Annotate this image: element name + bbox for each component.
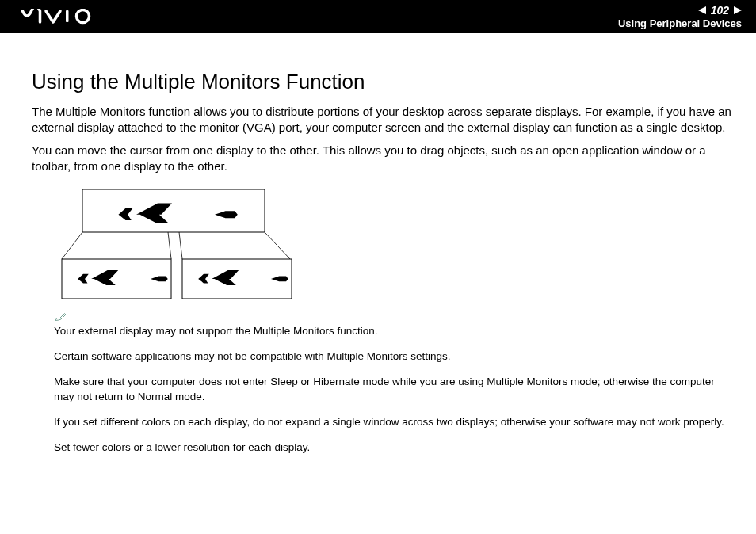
- note-3: Make sure that your computer does not en…: [54, 375, 732, 403]
- page-content: Using the Multiple Monitors Function The…: [0, 33, 756, 455]
- header-bar: 102 Using Peripheral Devices: [0, 0, 756, 33]
- page-navigation: 102: [698, 5, 742, 16]
- svg-line-3: [168, 232, 171, 259]
- note-5: Set fewer colors or a lower resolution f…: [54, 441, 732, 455]
- paragraph-1: The Multiple Monitors function allows yo…: [32, 104, 732, 135]
- svg-line-4: [179, 232, 182, 259]
- note-4: If you set different colors on each disp…: [54, 415, 732, 429]
- header-right: 102 Using Peripheral Devices: [618, 0, 742, 33]
- note-1: Your external display may not support th…: [54, 324, 732, 338]
- prev-page-arrow-icon[interactable]: [698, 6, 706, 14]
- paragraph-2: You can move the cursor from one display…: [32, 143, 732, 174]
- svg-line-2: [62, 232, 82, 259]
- page-number: 102: [711, 5, 729, 16]
- svg-line-5: [265, 232, 290, 259]
- next-page-arrow-icon[interactable]: [734, 6, 742, 14]
- svg-point-1: [77, 10, 90, 23]
- note-2: Certain software applications may not be…: [54, 349, 732, 364]
- svg-rect-6: [82, 189, 265, 232]
- svg-rect-0: [66, 10, 69, 22]
- vaio-logo: [17, 9, 105, 25]
- section-title: Using Peripheral Devices: [618, 17, 742, 29]
- page-title: Using the Multiple Monitors Function: [32, 70, 732, 94]
- multi-monitor-diagram: [52, 185, 306, 303]
